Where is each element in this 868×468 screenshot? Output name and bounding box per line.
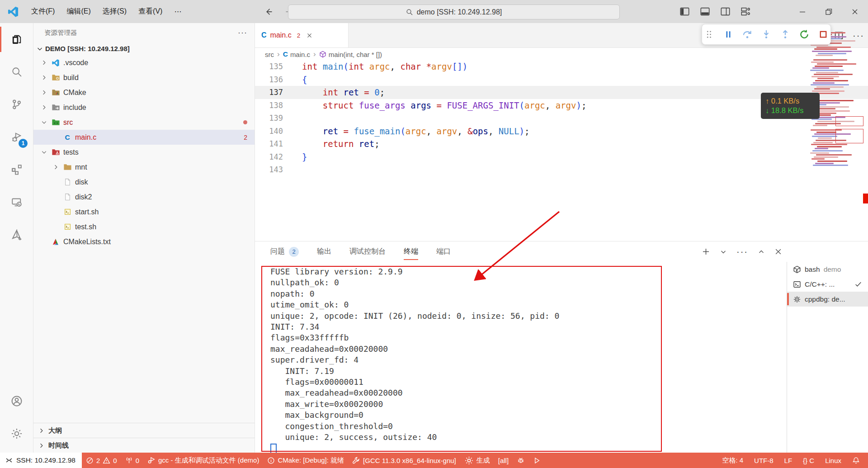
tree-root-row[interactable]: DEMO [SSH: 10.249.12.98]	[33, 42, 255, 55]
command-center-search[interactable]: demo [SSH: 10.249.12.98]	[288, 5, 620, 19]
tree-item[interactable]: src	[33, 115, 255, 130]
tree-item[interactable]: start.sh	[33, 204, 255, 219]
activity-item-cmake-tools[interactable]	[0, 218, 33, 251]
status-segment[interactable]	[513, 453, 529, 468]
tree-item[interactable]: build	[33, 70, 255, 85]
tree-item[interactable]: disk	[33, 175, 255, 189]
status-text: [GCC 11.3.0 x86_64-linux-gnu]	[363, 457, 456, 464]
code-line[interactable]: 135int main(int argc, char *argv[])	[255, 60, 868, 73]
folder-cmake-icon	[51, 88, 60, 97]
menu-item-4[interactable]: ⋯	[168, 0, 187, 23]
terminal-line: max_write=0x00020000	[270, 399, 559, 410]
status-segment[interactable]: 20	[82, 453, 121, 468]
status-segment[interactable]: UTF-8	[749, 453, 779, 468]
sidebar-more-icon[interactable]: ···	[238, 28, 247, 38]
upload-speed: ↑ 0.1 KB/s	[765, 97, 820, 105]
pause-button[interactable]	[721, 27, 736, 42]
terminal-list-item[interactable]: bashdemo	[787, 262, 868, 277]
tree-item[interactable]: mnt	[33, 160, 255, 175]
minimap-line	[816, 154, 852, 156]
step-over-button[interactable]	[740, 27, 755, 42]
close-icon[interactable]	[774, 248, 782, 255]
breadcrumb: src›Cmain.c›main(int, char * [])	[255, 48, 868, 61]
minimap-line	[815, 66, 843, 67]
status-segment[interactable]: [GCC 11.3.0 x86_64-linux-gnu]	[348, 453, 460, 468]
panel-tab-端口[interactable]: 端口	[436, 241, 451, 262]
breadcrumb-item[interactable]: src	[265, 51, 274, 58]
step-out-button[interactable]	[778, 27, 793, 42]
code-line[interactable]: 140 ret = fuse_main(argc, argv, &ops, NU…	[255, 125, 868, 138]
tree-item[interactable]: .vscode	[33, 55, 255, 70]
tab-main-c[interactable]: C main.c 2	[255, 23, 349, 47]
panel-tab-调试控制台[interactable]: 调试控制台	[349, 241, 386, 262]
menu-item-1[interactable]: 编辑(E)	[61, 0, 96, 23]
tree-item[interactable]: tests	[33, 145, 255, 160]
remote-indicator[interactable]: SSH: 10.249.12.98	[0, 453, 82, 468]
status-segment[interactable]: LF	[779, 453, 798, 468]
breadcrumb-item[interactable]: main(int, char * [])	[319, 51, 382, 58]
code-editor[interactable]: 135int main(int argc, char *argv[])136{1…	[255, 60, 868, 241]
terminal-list-item[interactable]: cppdbg: de...	[787, 292, 868, 307]
restore-button[interactable]	[816, 0, 842, 23]
customize-layout-icon[interactable]	[741, 7, 750, 16]
code-line[interactable]: 143	[255, 163, 868, 176]
tree-item[interactable]: CMakeLists.txt	[33, 234, 255, 249]
sidebar-section-0[interactable]: 大纲	[33, 423, 255, 438]
tab-close-icon[interactable]	[307, 33, 312, 38]
status-segment[interactable]: 0	[121, 453, 143, 468]
tree-item[interactable]: Cmain.c2	[33, 130, 255, 145]
minimap-line	[811, 144, 847, 145]
tree-item[interactable]: CMake	[33, 85, 255, 100]
status-segment[interactable]: [all]	[494, 453, 513, 468]
menu-item-2[interactable]: 选择(S)	[97, 0, 132, 23]
status-segment[interactable]: CMake: [Debug]: 就绪	[263, 453, 348, 468]
terminal-list-item[interactable]: C/C++: ...	[787, 277, 868, 292]
toggle-secondary-sidebar-icon[interactable]	[721, 7, 730, 16]
status-segment[interactable]: {} C	[797, 453, 820, 468]
activity-item-account[interactable]	[0, 385, 33, 417]
status-segment[interactable]: Linux	[820, 453, 847, 468]
close-button[interactable]	[842, 0, 868, 23]
toggle-sidebar-icon[interactable]	[680, 7, 689, 16]
search-icon	[406, 9, 413, 16]
terminal-line: nullpath_ok: 0	[270, 277, 559, 288]
code-line[interactable]: 142}	[255, 151, 868, 164]
chevron-down-icon[interactable]	[720, 248, 727, 255]
activity-item-explorer[interactable]	[0, 23, 33, 56]
more-icon[interactable]: ···	[736, 246, 748, 257]
back-arrow-icon[interactable]	[264, 7, 273, 16]
status-segment[interactable]	[529, 453, 545, 468]
status-segment[interactable]: 空格: 4	[717, 453, 749, 468]
step-into-button[interactable]	[759, 27, 774, 42]
activity-item-search[interactable]	[0, 56, 33, 88]
panel-tab-问题[interactable]: 问题2	[270, 241, 299, 262]
panel-tab-终端[interactable]: 终端	[404, 241, 418, 262]
tree-item[interactable]: test.sh	[33, 219, 255, 234]
menu-item-3[interactable]: 查看(V)	[132, 0, 168, 23]
terminal-output[interactable]: FUSE library version: 2.9.9nullpath_ok: …	[270, 266, 559, 454]
activity-item-settings[interactable]	[0, 417, 33, 450]
status-segment[interactable]: gcc - 生成和调试活动文件 (demo)	[143, 453, 263, 468]
menu-item-0[interactable]: 文件(F)	[25, 0, 61, 23]
activity-item-remote-explorer[interactable]	[0, 186, 33, 218]
code-line[interactable]: 141 return ret;	[255, 137, 868, 151]
restart-button[interactable]	[797, 27, 811, 42]
status-segment[interactable]: 生成	[460, 453, 494, 468]
activity-item-source-control[interactable]	[0, 88, 33, 121]
status-segment[interactable]	[847, 453, 865, 468]
status-text: LF	[784, 457, 793, 464]
sidebar-section-1[interactable]: 时间线	[33, 438, 255, 453]
toggle-panel-icon[interactable]	[700, 7, 710, 16]
panel-tab-输出[interactable]: 输出	[317, 241, 331, 262]
activity-item-extensions[interactable]	[0, 153, 33, 186]
code-line[interactable]: 136{	[255, 73, 868, 86]
minimize-button[interactable]	[789, 0, 816, 23]
stop-button[interactable]	[816, 27, 830, 42]
tree-item[interactable]: include	[33, 100, 255, 115]
activity-item-run-debug[interactable]: 1	[0, 121, 33, 153]
chevron-up-icon[interactable]	[758, 248, 765, 255]
breadcrumb-item[interactable]: Cmain.c	[283, 50, 310, 58]
extensions-icon	[11, 164, 22, 175]
plus-icon[interactable]	[702, 247, 710, 256]
tree-item[interactable]: disk2	[33, 189, 255, 204]
